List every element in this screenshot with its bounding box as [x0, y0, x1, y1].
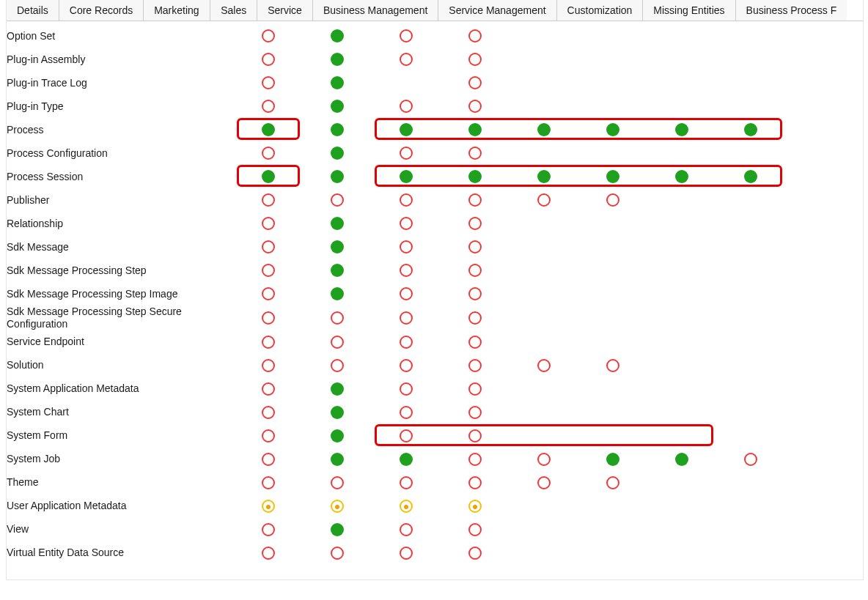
- status-cell: [234, 71, 303, 95]
- status-filled-icon: [331, 170, 344, 183]
- status-cell: [510, 282, 578, 305]
- status-cell: [578, 118, 647, 141]
- status-cell: [234, 305, 303, 330]
- status-filled-icon: [400, 453, 413, 466]
- table-row: Sdk Message Processing Step Secure Confi…: [7, 305, 785, 330]
- status-cell: [234, 259, 303, 282]
- status-empty-icon: [468, 336, 482, 349]
- status-empty-icon: [468, 311, 482, 325]
- tab-service[interactable]: Service: [257, 0, 313, 21]
- status-cell: [647, 165, 716, 188]
- status-cell: [647, 141, 716, 165]
- status-cell: [716, 48, 785, 71]
- status-cell: [647, 118, 716, 141]
- status-cell: [716, 118, 785, 141]
- status-cell: [372, 518, 441, 541]
- status-cell: [303, 354, 372, 377]
- status-cell: [578, 518, 647, 541]
- status-cell: [303, 71, 372, 95]
- tab-customization[interactable]: Customization: [557, 0, 644, 21]
- status-cell: [372, 495, 441, 518]
- table-row: Service Endpoint: [7, 330, 785, 354]
- status-cell: [303, 330, 372, 354]
- status-empty-icon: [262, 523, 275, 536]
- status-empty-icon: [468, 193, 482, 207]
- status-empty-icon: [400, 147, 413, 160]
- status-empty-icon: [468, 523, 482, 536]
- status-cell: [578, 448, 647, 471]
- status-cell: [578, 24, 647, 48]
- table-row: Process: [7, 118, 785, 141]
- status-empty-icon: [331, 311, 344, 325]
- table-row: Theme: [7, 471, 785, 495]
- status-filled-icon: [331, 287, 344, 300]
- status-empty-icon: [262, 382, 275, 396]
- status-filled-icon: [331, 76, 344, 89]
- status-empty-icon: [468, 147, 482, 160]
- status-cell: [303, 141, 372, 165]
- tab-business-process-f[interactable]: Business Process F: [736, 0, 847, 21]
- status-filled-icon: [468, 170, 482, 183]
- status-cell: [234, 118, 303, 141]
- status-empty-icon: [400, 240, 413, 253]
- status-cell: [510, 24, 578, 48]
- status-cell: [647, 282, 716, 305]
- table-row: Publisher: [7, 188, 785, 212]
- status-cell: [234, 282, 303, 305]
- tab-core-records[interactable]: Core Records: [59, 0, 144, 21]
- status-cell: [372, 377, 441, 401]
- status-cell: [303, 282, 372, 305]
- status-filled-icon: [744, 123, 757, 136]
- status-cell: [441, 518, 510, 541]
- status-cell: [716, 235, 785, 259]
- status-cell: [441, 24, 510, 48]
- status-cell: [372, 235, 441, 259]
- tab-marketing[interactable]: Marketing: [144, 0, 210, 21]
- status-cell: [578, 401, 647, 424]
- status-cell: [578, 377, 647, 401]
- row-label: Plug-in Assembly: [7, 48, 234, 71]
- status-cell: [303, 259, 372, 282]
- status-cell: [234, 141, 303, 165]
- status-empty-icon: [400, 476, 413, 489]
- tab-missing-entities[interactable]: Missing Entities: [643, 0, 735, 21]
- status-cell: [303, 495, 372, 518]
- status-filled-icon: [331, 217, 344, 230]
- row-label: Publisher: [7, 188, 234, 212]
- tab-details[interactable]: Details: [7, 0, 59, 21]
- status-empty-icon: [262, 429, 275, 442]
- status-empty-icon: [606, 193, 619, 207]
- status-cell: [578, 48, 647, 71]
- status-cell: [234, 448, 303, 471]
- status-cell: [303, 305, 372, 330]
- status-cell: [716, 401, 785, 424]
- tab-sales[interactable]: Sales: [210, 0, 257, 21]
- status-empty-icon: [331, 547, 344, 560]
- status-cell: [372, 48, 441, 71]
- status-cell: [441, 165, 510, 188]
- status-cell: [578, 188, 647, 212]
- status-cell: [647, 354, 716, 377]
- status-warning-icon: [262, 500, 275, 513]
- status-cell: [578, 165, 647, 188]
- status-empty-icon: [468, 53, 482, 66]
- row-label: Process Session: [7, 165, 234, 188]
- status-empty-icon: [331, 193, 344, 207]
- status-cell: [234, 48, 303, 71]
- tab-business-management[interactable]: Business Management: [313, 0, 438, 21]
- status-cell: [441, 48, 510, 71]
- status-cell: [372, 448, 441, 471]
- status-filled-icon: [606, 123, 619, 136]
- status-cell: [372, 305, 441, 330]
- table-row: View: [7, 518, 785, 541]
- table-row: Relationship: [7, 212, 785, 235]
- status-filled-icon: [331, 523, 344, 536]
- status-cell: [441, 471, 510, 495]
- tab-service-management[interactable]: Service Management: [438, 0, 556, 21]
- status-warning-icon: [331, 500, 344, 513]
- row-label: System Job: [7, 448, 234, 471]
- table-row: User Application Metadata: [7, 495, 785, 518]
- status-empty-icon: [400, 429, 413, 442]
- status-filled-icon: [331, 382, 344, 396]
- status-empty-icon: [400, 311, 413, 325]
